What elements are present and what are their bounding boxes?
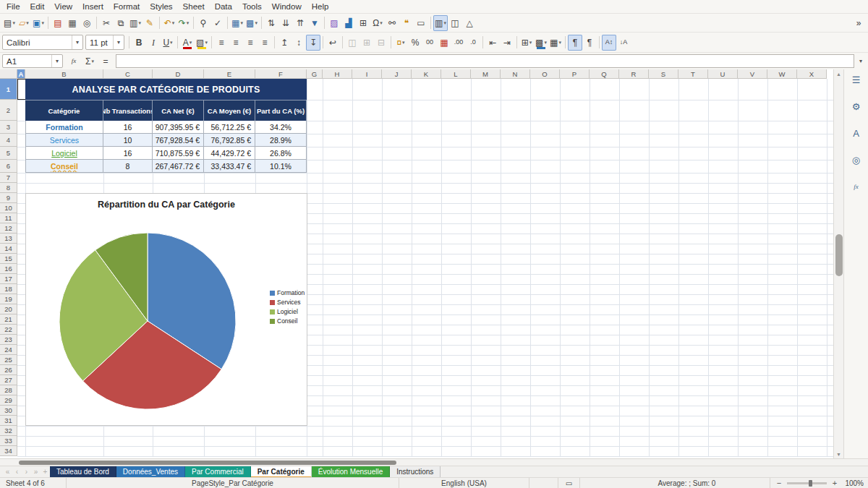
row-header-30[interactable]: 30 (0, 406, 17, 416)
menu-view[interactable]: View (49, 1, 77, 12)
row-header-22[interactable]: 22 (0, 325, 17, 335)
select-sum-dropdown-icon[interactable]: ▾ (91, 59, 94, 64)
row-header-17[interactable]: 17 (0, 274, 17, 284)
insert-row-button[interactable]: ▦▾ (230, 15, 244, 31)
row-header-16[interactable]: 16 (0, 264, 17, 274)
copy-button[interactable]: ⧉ (114, 15, 128, 31)
find-and-replace-button[interactable]: ⚲ (196, 15, 210, 31)
menu-file[interactable]: File (1, 1, 25, 12)
row-header-18[interactable]: 18 (0, 284, 17, 294)
row-header-26[interactable]: 26 (0, 365, 17, 375)
decrease-indent-button[interactable]: ⇤ (485, 35, 500, 51)
row-header-4[interactable]: 4 (0, 134, 17, 147)
insert-hyperlink-button[interactable]: ⚯ (385, 15, 399, 31)
row-header-6[interactable]: 6 (0, 160, 17, 173)
delete-decimal-place-button[interactable]: .0 (466, 35, 480, 51)
column-header-c[interactable]: C (103, 69, 153, 79)
row-header-10[interactable]: 10 (0, 203, 17, 213)
row-header-33[interactable]: 33 (0, 436, 17, 446)
insert-column-button[interactable]: ▩▾ (244, 15, 259, 31)
align-top-button[interactable]: ↥ (277, 35, 292, 51)
zoom-out-button[interactable]: − (775, 479, 783, 487)
format-as-currency-button[interactable]: ¤▾ (393, 35, 408, 51)
text-direction-top-to-bottom-button[interactable]: ¶ (582, 35, 597, 51)
autofilter-button[interactable]: ▼ (307, 15, 322, 31)
sheet-tab-par-commercial[interactable]: Par Commercial (185, 466, 251, 478)
row-header-20[interactable]: 20 (0, 304, 17, 314)
sheet-tab-donnees-ventes[interactable]: Données_Ventes (116, 466, 185, 478)
insert-row-dropdown-icon[interactable]: ▾ (240, 20, 243, 26)
language-status[interactable]: English (USA) (399, 478, 529, 488)
sort-descending-button[interactable]: ⇈ (293, 15, 307, 31)
add-sheet-button[interactable]: + (41, 468, 50, 476)
zoom-slider[interactable] (787, 482, 827, 484)
underline-button[interactable]: U▾ (161, 35, 175, 51)
sheet-tab-tableau-de-bord[interactable]: Tableau de Bord (50, 466, 116, 478)
next-sheet-button[interactable]: › (22, 468, 31, 476)
sort-button[interactable]: ⇅ (264, 15, 278, 31)
align-right-button[interactable]: ≡ (243, 35, 258, 51)
save-button[interactable]: ▣▾ (31, 15, 46, 31)
menu-edit[interactable]: Edit (25, 1, 50, 12)
row-header-12[interactable]: 12 (0, 223, 17, 234)
undo-dropdown-icon[interactable]: ▾ (172, 20, 175, 26)
row-header-11[interactable]: 11 (0, 213, 17, 223)
redo-dropdown-icon[interactable]: ▾ (187, 20, 190, 26)
navigator-button[interactable]: ◎ (848, 152, 864, 168)
new-document-dropdown-icon[interactable]: ▾ (12, 20, 15, 26)
row-header-34[interactable]: 34 (0, 446, 17, 456)
column-header-i[interactable]: I (352, 69, 382, 79)
insert-special-character-button[interactable]: Ω▾ (370, 15, 385, 31)
font-name-dropdown-icon[interactable]: ▾ (72, 35, 82, 49)
column-header-j[interactable]: J (382, 69, 412, 79)
sort-ascending-button[interactable]: ⇊ (278, 15, 293, 31)
column-header-b[interactable]: B (25, 69, 103, 79)
format-as-percent-button[interactable]: % (408, 35, 422, 51)
last-sheet-button[interactable]: » (31, 468, 41, 476)
row-header-14[interactable]: 14 (0, 244, 17, 254)
menu-window[interactable]: Window (267, 1, 307, 12)
column-header-o[interactable]: O (530, 69, 560, 79)
column-header-n[interactable]: N (501, 69, 530, 79)
underline-dropdown-icon[interactable]: ▾ (170, 40, 173, 46)
spelling-button[interactable]: ✓ (210, 15, 225, 31)
font-size-combo[interactable]: 11 pt ▾ (85, 35, 124, 50)
freeze-rows-and-columns-button[interactable]: ▥▾ (433, 15, 448, 31)
expand-formula-bar-icon[interactable]: ▾ (856, 58, 866, 64)
align-left-button[interactable]: ≡ (214, 35, 229, 51)
font-color-button[interactable]: A▾ (180, 35, 195, 51)
show-draw-functions-button[interactable]: △ (462, 15, 477, 31)
horizontal-scrollbar-thumb[interactable] (19, 461, 396, 465)
vertical-scrollbar-thumb[interactable] (835, 234, 843, 276)
sidebar-settings-button[interactable]: ☰ (848, 72, 864, 87)
paste-dropdown-icon[interactable]: ▾ (138, 20, 141, 26)
format-as-currency-dropdown-icon[interactable]: ▾ (402, 40, 405, 46)
cut-button[interactable]: ✂ (99, 15, 114, 31)
redo-button[interactable]: ↷▾ (176, 15, 191, 31)
column-header-u[interactable]: U (708, 69, 738, 79)
undo-button[interactable]: ↶▾ (162, 15, 176, 31)
vertical-scrollbar[interactable]: ▲ ▼ (833, 69, 843, 458)
styles-button[interactable]: A (848, 125, 864, 141)
row-header-15[interactable]: 15 (0, 254, 17, 264)
add-decimal-place-button[interactable]: .00 (451, 35, 466, 51)
increase-indent-button[interactable]: ⇥ (500, 35, 514, 51)
column-header-p[interactable]: P (560, 69, 590, 79)
border-style-dropdown-icon[interactable]: ▾ (558, 40, 561, 46)
print-button[interactable]: ▦ (65, 15, 80, 31)
sheet-tab-evolution-mensuelle[interactable]: Évolution Mensuelle (312, 466, 391, 478)
text-direction-left-to-right-button[interactable]: ¶ (568, 35, 582, 51)
menu-tools[interactable]: Tools (237, 1, 267, 12)
save-dropdown-icon[interactable]: ▾ (41, 20, 44, 26)
bold-button[interactable]: B (132, 35, 146, 51)
pie-chart-object[interactable]: Répartition du CA par Catégorie Formatio… (25, 193, 307, 426)
row-header-31[interactable]: 31 (0, 416, 17, 426)
sheet-tab-instructions[interactable]: Instructions (390, 466, 441, 478)
row-header-32[interactable]: 32 (0, 426, 17, 436)
menu-data[interactable]: Data (210, 1, 237, 12)
borders-dropdown-icon[interactable]: ▾ (529, 40, 532, 46)
column-header-t[interactable]: T (678, 69, 708, 79)
background-color-dropdown-icon[interactable]: ▾ (544, 40, 547, 46)
align-bottom-button[interactable]: ↧ (306, 35, 320, 51)
zoom-in-button[interactable]: + (830, 479, 839, 487)
